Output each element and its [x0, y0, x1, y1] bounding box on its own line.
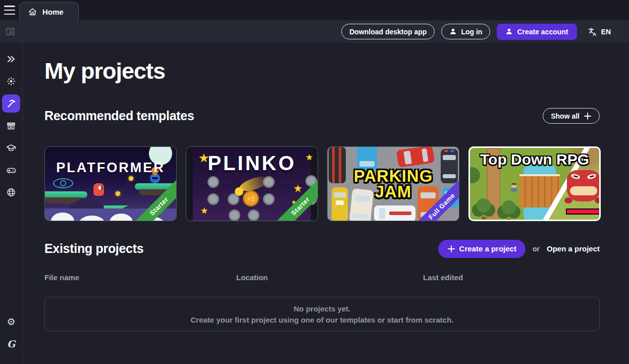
download-desktop-app-button[interactable]: Download desktop app: [341, 24, 435, 39]
tree: [497, 200, 520, 221]
sidebar-item-play[interactable]: [2, 161, 20, 179]
spark-icon: [6, 76, 16, 86]
template-card-plinko[interactable]: +2 ★ ★ ★ ★ ★ ★ PLINKO Starter: [186, 146, 318, 221]
sidebar-item-about[interactable]: G: [2, 335, 20, 353]
show-all-label: Show all: [551, 112, 580, 120]
or-text: or: [533, 245, 540, 253]
expand-sidebar-button[interactable]: [2, 50, 20, 68]
template-card-top-down-rpg[interactable]: Top Down RPG: [468, 146, 601, 221]
create-project-button[interactable]: Create a project: [438, 240, 526, 258]
template-title: PLINKO: [186, 152, 318, 175]
home-icon: [28, 7, 37, 17]
existing-projects-heading: Existing projects: [44, 241, 143, 256]
template-title: PARKING JAM: [328, 168, 459, 200]
column-file-name: File name: [44, 273, 236, 282]
coin: [116, 191, 120, 196]
download-button-label: Download desktop app: [349, 28, 427, 36]
svg-text:A: A: [593, 31, 596, 36]
header-toolbar: Download desktop app Log in Create accou…: [0, 20, 629, 43]
gear-icon: ⚙: [7, 317, 15, 327]
coin: [129, 176, 133, 181]
sidebar-item-settings[interactable]: ⚙: [2, 313, 20, 331]
plus-icon: [584, 112, 592, 120]
gdevelop-app: Home Download desktop app Log in: [0, 0, 629, 364]
open-project-link[interactable]: Open a project: [547, 244, 600, 253]
peg: [263, 193, 275, 205]
sidebar-item-community[interactable]: [2, 183, 20, 201]
peg: [207, 176, 219, 188]
neon-eye: [53, 178, 73, 188]
sidebar-item-get-started[interactable]: [2, 72, 20, 90]
translate-icon: A: [588, 27, 598, 37]
gamepad-icon: [6, 165, 17, 176]
template-cards: PLATFORMER Starter +2 ★ ★: [44, 146, 600, 221]
player-character: [510, 183, 517, 193]
empty-state-line1: No projects yet.: [294, 304, 351, 313]
empty-projects-placeholder: No projects yet. Create your first proje…: [44, 297, 600, 331]
star-icon: ★: [200, 206, 208, 215]
main-content: My projects Recommended templates Show a…: [23, 43, 629, 364]
storefront-icon: [6, 121, 16, 131]
person-icon: [449, 28, 457, 35]
template-card-platformer[interactable]: PLATFORMER Starter: [44, 146, 177, 221]
show-all-button[interactable]: Show all: [543, 108, 600, 124]
projects-section-header: Existing projects Create a project or Op…: [44, 239, 600, 258]
globe-icon: [6, 187, 16, 197]
plus-icon: [447, 245, 455, 253]
double-chevron-right-icon: [6, 54, 16, 64]
login-button[interactable]: Log in: [441, 24, 490, 39]
car: [396, 146, 435, 168]
main-menu-icon[interactable]: [4, 6, 15, 15]
tab-home-label: Home: [42, 8, 64, 16]
sidebar-item-shop[interactable]: [2, 117, 20, 135]
column-location: Location: [236, 273, 423, 282]
language-code: EN: [601, 28, 611, 36]
template-card-parking-jam[interactable]: PARKING JAM Full Game: [327, 146, 459, 221]
template-title: PLATFORMER: [45, 160, 176, 176]
left-sidebar: ⚙ G: [0, 43, 23, 364]
empty-state-line2: Create your first project using one of o…: [191, 316, 454, 324]
pickaxe-icon: [6, 98, 17, 109]
create-project-label: Create a project: [459, 244, 516, 253]
templates-heading: Recommended templates: [44, 109, 194, 123]
template-title: Top Down RPG: [470, 151, 599, 168]
projects-actions: Create a project or Open a project: [438, 240, 600, 258]
person-icon: [505, 28, 513, 35]
graduation-cap-icon: [6, 143, 16, 153]
create-account-button[interactable]: Create account: [497, 24, 576, 40]
layout-panels-icon[interactable]: [5, 26, 16, 37]
sidebar-item-learn[interactable]: [2, 139, 20, 157]
templates-section-header: Recommended templates Show all: [44, 107, 600, 125]
bush: [468, 167, 480, 183]
tab-home[interactable]: Home: [19, 2, 79, 21]
gdevelop-logo-icon: G: [7, 338, 15, 349]
column-last-edited: Last edited: [423, 273, 600, 282]
bonus-coin: +2: [243, 190, 259, 206]
star-icon: ★: [293, 183, 302, 193]
page-title: My projects: [44, 58, 600, 84]
boss-monster: [567, 170, 600, 201]
toolbar-actions: Download desktop app Log in Create accou…: [341, 24, 629, 40]
projects-table-header: File name Location Last edited: [44, 273, 600, 282]
create-account-label: Create account: [517, 28, 568, 36]
health-bar: [566, 209, 601, 215]
tab-bar: Home: [0, 0, 629, 20]
peg: [229, 210, 240, 221]
login-button-label: Log in: [461, 28, 482, 36]
language-selector[interactable]: A EN: [588, 27, 611, 37]
peg: [248, 210, 259, 221]
player-character: [93, 183, 104, 196]
peg: [207, 193, 219, 205]
car: [374, 205, 415, 221]
sidebar-item-build[interactable]: [2, 94, 20, 113]
tree: [472, 198, 495, 220]
plinko-ball: [235, 187, 243, 196]
